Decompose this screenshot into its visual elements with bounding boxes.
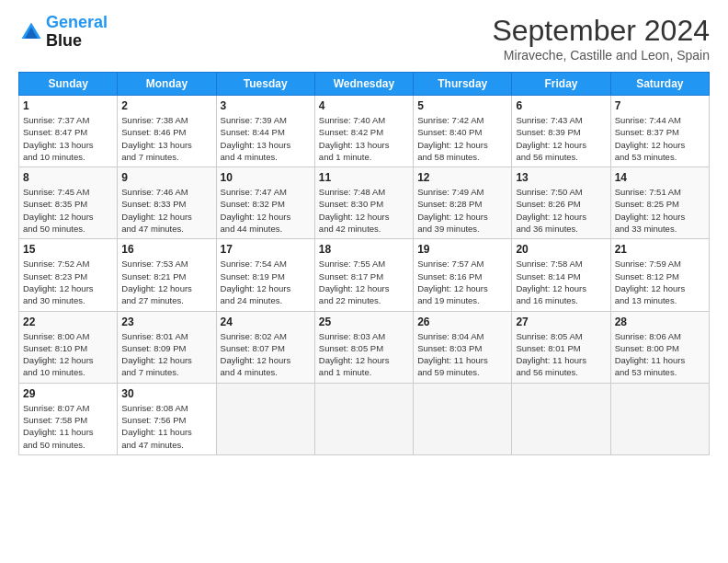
day-number: 9 (121, 171, 211, 184)
day-info: Sunrise: 7:37 AMSunset: 8:47 PMDaylight:… (23, 114, 113, 163)
day-number: 16 (121, 243, 211, 256)
day-info: Sunrise: 8:06 AMSunset: 8:00 PMDaylight:… (615, 330, 705, 379)
day-number: 27 (516, 316, 606, 328)
day-info: Sunrise: 8:01 AMSunset: 8:09 PMDaylight:… (121, 330, 211, 379)
day-cell: 25Sunrise: 8:03 AMSunset: 8:05 PMDayligh… (314, 311, 413, 383)
day-info: Sunrise: 8:02 AMSunset: 8:07 PMDaylight:… (221, 330, 311, 379)
week-row-5: 29Sunrise: 8:07 AMSunset: 7:58 PMDayligh… (19, 383, 710, 454)
day-number: 5 (417, 99, 507, 112)
day-cell: 3Sunrise: 7:39 AMSunset: 8:44 PMDaylight… (216, 96, 314, 167)
day-cell: 5Sunrise: 7:42 AMSunset: 8:40 PMDaylight… (414, 96, 512, 167)
day-cell: 4Sunrise: 7:40 AMSunset: 8:42 PMDaylight… (314, 96, 413, 167)
day-info: Sunrise: 7:59 AMSunset: 8:12 PMDaylight:… (615, 258, 705, 306)
day-number: 29 (23, 387, 113, 400)
day-number: 15 (23, 243, 113, 256)
day-header-monday: Monday (118, 73, 216, 96)
day-number: 2 (121, 99, 211, 112)
day-cell: 18Sunrise: 7:55 AMSunset: 8:17 PMDayligh… (314, 239, 413, 311)
day-info: Sunrise: 7:58 AMSunset: 8:14 PMDaylight:… (516, 258, 606, 306)
logo: General Blue (18, 14, 108, 51)
day-cell: 22Sunrise: 8:00 AMSunset: 8:10 PMDayligh… (19, 311, 118, 383)
day-number: 28 (615, 316, 705, 328)
day-number: 6 (516, 99, 606, 112)
day-number: 7 (615, 99, 705, 112)
logo-icon (18, 19, 44, 45)
day-cell: 26Sunrise: 8:04 AMSunset: 8:03 PMDayligh… (414, 311, 512, 383)
day-number: 22 (23, 316, 113, 328)
day-number: 20 (516, 243, 606, 256)
day-cell: 27Sunrise: 8:05 AMSunset: 8:01 PMDayligh… (512, 311, 610, 383)
week-row-3: 15Sunrise: 7:52 AMSunset: 8:23 PMDayligh… (19, 239, 710, 311)
month-title: September 2024 (492, 14, 710, 48)
day-number: 30 (121, 387, 211, 400)
day-number: 10 (221, 171, 311, 184)
day-cell: 17Sunrise: 7:54 AMSunset: 8:19 PMDayligh… (216, 239, 314, 311)
day-number: 8 (23, 171, 113, 184)
day-info: Sunrise: 7:55 AMSunset: 8:17 PMDaylight:… (319, 258, 409, 306)
day-number: 11 (319, 171, 409, 184)
day-info: Sunrise: 8:04 AMSunset: 8:03 PMDaylight:… (417, 330, 507, 379)
day-cell: 7Sunrise: 7:44 AMSunset: 8:37 PMDaylight… (610, 96, 709, 167)
day-number: 12 (417, 171, 507, 184)
day-info: Sunrise: 7:57 AMSunset: 8:16 PMDaylight:… (417, 258, 507, 306)
day-info: Sunrise: 7:40 AMSunset: 8:42 PMDaylight:… (319, 114, 409, 163)
day-info: Sunrise: 8:08 AMSunset: 7:56 PMDaylight:… (121, 402, 211, 451)
day-cell: 6Sunrise: 7:43 AMSunset: 8:39 PMDaylight… (512, 96, 610, 167)
day-info: Sunrise: 7:42 AMSunset: 8:40 PMDaylight:… (417, 114, 507, 163)
day-number: 18 (319, 243, 409, 256)
day-cell: 8Sunrise: 7:45 AMSunset: 8:35 PMDaylight… (19, 167, 118, 239)
day-number: 13 (516, 171, 606, 184)
day-cell: 16Sunrise: 7:53 AMSunset: 8:21 PMDayligh… (118, 239, 216, 311)
day-info: Sunrise: 7:45 AMSunset: 8:35 PMDaylight:… (23, 186, 113, 235)
day-info: Sunrise: 7:38 AMSunset: 8:46 PMDaylight:… (121, 114, 211, 163)
day-number: 1 (23, 99, 113, 112)
day-cell: 21Sunrise: 7:59 AMSunset: 8:12 PMDayligh… (610, 239, 709, 311)
day-cell: 23Sunrise: 8:01 AMSunset: 8:09 PMDayligh… (118, 311, 216, 383)
week-row-1: 1Sunrise: 7:37 AMSunset: 8:47 PMDaylight… (19, 96, 710, 167)
day-header-wednesday: Wednesday (314, 73, 413, 96)
day-cell: 9Sunrise: 7:46 AMSunset: 8:33 PMDaylight… (118, 167, 216, 239)
day-info: Sunrise: 7:44 AMSunset: 8:37 PMDaylight:… (615, 114, 705, 163)
week-row-2: 8Sunrise: 7:45 AMSunset: 8:35 PMDaylight… (19, 167, 710, 239)
day-number: 23 (121, 316, 211, 328)
day-info: Sunrise: 8:00 AMSunset: 8:10 PMDaylight:… (23, 330, 113, 379)
day-cell: 13Sunrise: 7:50 AMSunset: 8:26 PMDayligh… (512, 167, 610, 239)
day-cell: 30Sunrise: 8:08 AMSunset: 7:56 PMDayligh… (118, 383, 216, 454)
day-info: Sunrise: 7:48 AMSunset: 8:30 PMDaylight:… (319, 186, 409, 235)
day-number: 14 (615, 171, 705, 184)
day-info: Sunrise: 7:46 AMSunset: 8:33 PMDaylight:… (121, 186, 211, 235)
day-cell: 19Sunrise: 7:57 AMSunset: 8:16 PMDayligh… (414, 239, 512, 311)
week-row-4: 22Sunrise: 8:00 AMSunset: 8:10 PMDayligh… (19, 311, 710, 383)
day-info: Sunrise: 7:53 AMSunset: 8:21 PMDaylight:… (121, 258, 211, 306)
day-number: 21 (615, 243, 705, 256)
day-cell: 12Sunrise: 7:49 AMSunset: 8:28 PMDayligh… (414, 167, 512, 239)
day-cell (512, 383, 610, 454)
day-header-friday: Friday (512, 73, 610, 96)
day-cell: 15Sunrise: 7:52 AMSunset: 8:23 PMDayligh… (19, 239, 118, 311)
day-cell: 28Sunrise: 8:06 AMSunset: 8:00 PMDayligh… (610, 311, 709, 383)
day-cell: 10Sunrise: 7:47 AMSunset: 8:32 PMDayligh… (216, 167, 314, 239)
day-info: Sunrise: 8:05 AMSunset: 8:01 PMDaylight:… (516, 330, 606, 379)
logo-text: General Blue (46, 14, 108, 51)
day-number: 19 (417, 243, 507, 256)
day-cell (314, 383, 413, 454)
day-cell: 2Sunrise: 7:38 AMSunset: 8:46 PMDaylight… (118, 96, 216, 167)
day-info: Sunrise: 7:39 AMSunset: 8:44 PMDaylight:… (221, 114, 311, 163)
day-cell (610, 383, 709, 454)
title-block: September 2024 Miraveche, Castille and L… (492, 14, 710, 63)
day-header-tuesday: Tuesday (216, 73, 314, 96)
day-cell: 14Sunrise: 7:51 AMSunset: 8:25 PMDayligh… (610, 167, 709, 239)
day-info: Sunrise: 7:54 AMSunset: 8:19 PMDaylight:… (221, 258, 311, 306)
day-number: 17 (221, 243, 311, 256)
day-header-saturday: Saturday (610, 73, 709, 96)
day-cell: 20Sunrise: 7:58 AMSunset: 8:14 PMDayligh… (512, 239, 610, 311)
day-number: 4 (319, 99, 409, 112)
day-number: 24 (221, 316, 311, 328)
day-cell: 24Sunrise: 8:02 AMSunset: 8:07 PMDayligh… (216, 311, 314, 383)
page: General Blue September 2024 Miraveche, C… (0, 0, 728, 563)
day-cell: 11Sunrise: 7:48 AMSunset: 8:30 PMDayligh… (314, 167, 413, 239)
day-cell: 1Sunrise: 7:37 AMSunset: 8:47 PMDaylight… (19, 96, 118, 167)
day-info: Sunrise: 8:07 AMSunset: 7:58 PMDaylight:… (23, 402, 113, 451)
header: General Blue September 2024 Miraveche, C… (18, 14, 710, 63)
location-title: Miraveche, Castille and Leon, Spain (492, 48, 710, 63)
